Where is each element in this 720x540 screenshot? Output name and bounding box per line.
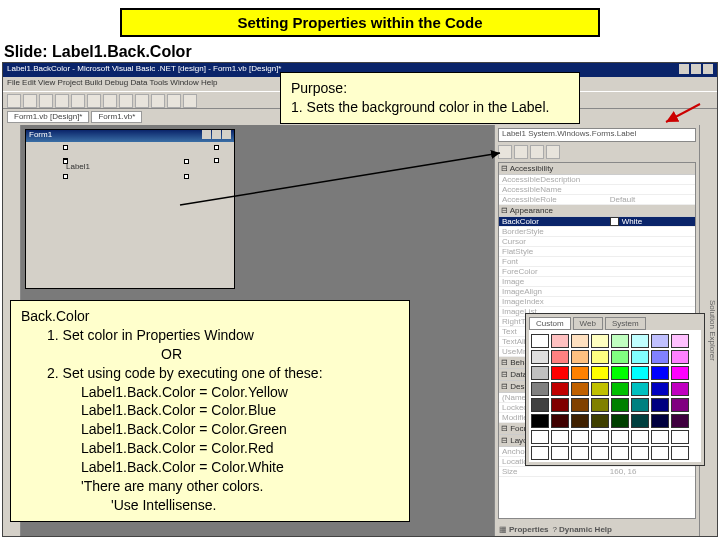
alphabetical-icon[interactable] bbox=[514, 145, 528, 159]
color-swatch[interactable] bbox=[571, 334, 589, 348]
color-swatch[interactable] bbox=[571, 382, 589, 396]
color-swatch[interactable] bbox=[551, 366, 569, 380]
property-category[interactable]: ⊟ Appearance bbox=[499, 205, 695, 217]
color-swatch[interactable] bbox=[571, 350, 589, 364]
property-category[interactable]: ⊟ Accessibility bbox=[499, 163, 695, 175]
color-swatch[interactable] bbox=[611, 382, 629, 396]
color-swatch[interactable] bbox=[611, 334, 629, 348]
color-swatch[interactable] bbox=[611, 350, 629, 364]
color-swatch[interactable] bbox=[531, 382, 549, 396]
color-swatch[interactable] bbox=[611, 446, 629, 460]
color-swatch[interactable] bbox=[551, 334, 569, 348]
color-swatch[interactable] bbox=[591, 334, 609, 348]
color-picker-dropdown[interactable]: Custom Web System bbox=[525, 313, 705, 466]
color-swatch[interactable] bbox=[591, 446, 609, 460]
color-swatch[interactable] bbox=[531, 334, 549, 348]
color-swatch[interactable] bbox=[571, 430, 589, 444]
property-row[interactable]: ImageIndex bbox=[499, 297, 695, 307]
color-swatch[interactable] bbox=[651, 382, 669, 396]
color-tab-web[interactable]: Web bbox=[573, 317, 603, 330]
color-swatch[interactable] bbox=[651, 350, 669, 364]
properties-view-icons[interactable] bbox=[495, 145, 699, 162]
color-swatch[interactable] bbox=[551, 414, 569, 428]
property-row[interactable]: FlatStyle bbox=[499, 247, 695, 257]
color-swatch[interactable] bbox=[631, 334, 649, 348]
color-swatch[interactable] bbox=[651, 366, 669, 380]
color-swatch[interactable] bbox=[651, 430, 669, 444]
color-swatch[interactable] bbox=[651, 414, 669, 428]
label-control[interactable]: Label1 bbox=[66, 162, 186, 176]
color-swatch[interactable] bbox=[671, 446, 689, 460]
categorized-icon[interactable] bbox=[498, 145, 512, 159]
slide-label: Slide: Label1.Back.Color bbox=[0, 41, 720, 63]
properties-object-selector[interactable]: Label1 System.Windows.Forms.Label bbox=[498, 128, 696, 142]
properties-icon[interactable] bbox=[530, 145, 544, 159]
color-swatch[interactable] bbox=[671, 430, 689, 444]
tab-code[interactable]: Form1.vb* bbox=[91, 111, 142, 123]
color-swatch[interactable] bbox=[631, 446, 649, 460]
property-row[interactable]: BorderStyle bbox=[499, 227, 695, 237]
color-swatch[interactable] bbox=[591, 350, 609, 364]
color-swatch[interactable] bbox=[631, 350, 649, 364]
color-swatch[interactable] bbox=[611, 430, 629, 444]
color-swatch[interactable] bbox=[671, 334, 689, 348]
color-swatch[interactable] bbox=[611, 366, 629, 380]
property-row[interactable]: Cursor bbox=[499, 237, 695, 247]
color-swatch-grid[interactable] bbox=[529, 330, 701, 462]
color-swatch[interactable] bbox=[671, 366, 689, 380]
property-row[interactable]: ForeColor bbox=[499, 267, 695, 277]
color-swatch[interactable] bbox=[591, 430, 609, 444]
color-swatch[interactable] bbox=[551, 398, 569, 412]
color-swatch[interactable] bbox=[531, 350, 549, 364]
color-swatch[interactable] bbox=[631, 398, 649, 412]
color-swatch[interactable] bbox=[531, 366, 549, 380]
color-swatch[interactable] bbox=[611, 398, 629, 412]
property-row[interactable]: Font bbox=[499, 257, 695, 267]
color-swatch[interactable] bbox=[551, 350, 569, 364]
color-swatch[interactable] bbox=[671, 350, 689, 364]
color-swatch[interactable] bbox=[591, 366, 609, 380]
properties-tab[interactable]: ▦ Properties bbox=[499, 522, 549, 536]
color-swatch[interactable] bbox=[571, 398, 589, 412]
color-swatch[interactable] bbox=[671, 414, 689, 428]
color-swatch[interactable] bbox=[531, 430, 549, 444]
property-row[interactable]: AccessibleRoleDefault bbox=[499, 195, 695, 205]
events-icon[interactable] bbox=[546, 145, 560, 159]
color-swatch[interactable] bbox=[651, 398, 669, 412]
dynamic-help-tab[interactable]: ? Dynamic Help bbox=[553, 522, 612, 536]
color-tab-custom[interactable]: Custom bbox=[529, 317, 571, 330]
purpose-line1: 1. Sets the background color in the Labe… bbox=[291, 98, 569, 117]
color-swatch[interactable] bbox=[651, 446, 669, 460]
property-row[interactable]: AccessibleDescription bbox=[499, 175, 695, 185]
color-swatch[interactable] bbox=[631, 366, 649, 380]
property-row[interactable]: Size160, 16 bbox=[499, 467, 695, 477]
color-swatch[interactable] bbox=[631, 430, 649, 444]
property-row[interactable]: AccessibleName bbox=[499, 185, 695, 195]
color-swatch[interactable] bbox=[551, 382, 569, 396]
color-swatch[interactable] bbox=[631, 414, 649, 428]
property-row[interactable]: Image bbox=[499, 277, 695, 287]
color-tab-system[interactable]: System bbox=[605, 317, 646, 330]
color-swatch[interactable] bbox=[591, 398, 609, 412]
property-row[interactable]: ImageAlign bbox=[499, 287, 695, 297]
tab-design[interactable]: Form1.vb [Design]* bbox=[7, 111, 89, 123]
color-swatch[interactable] bbox=[591, 382, 609, 396]
color-swatch[interactable] bbox=[611, 414, 629, 428]
form-designer[interactable]: Form1 Label1 bbox=[25, 129, 235, 289]
color-swatch[interactable] bbox=[571, 414, 589, 428]
callout-title: Back.Color bbox=[21, 307, 399, 326]
color-swatch[interactable] bbox=[531, 446, 549, 460]
color-swatch[interactable] bbox=[671, 382, 689, 396]
properties-footer-tabs[interactable]: ▦ Properties ? Dynamic Help bbox=[495, 522, 699, 536]
color-swatch[interactable] bbox=[551, 430, 569, 444]
property-row[interactable]: BackColorWhite bbox=[499, 217, 695, 227]
color-swatch[interactable] bbox=[571, 446, 589, 460]
color-swatch[interactable] bbox=[651, 334, 669, 348]
color-swatch[interactable] bbox=[531, 414, 549, 428]
color-swatch[interactable] bbox=[551, 446, 569, 460]
color-swatch[interactable] bbox=[631, 382, 649, 396]
color-swatch[interactable] bbox=[571, 366, 589, 380]
color-swatch[interactable] bbox=[591, 414, 609, 428]
color-swatch[interactable] bbox=[671, 398, 689, 412]
color-swatch[interactable] bbox=[531, 398, 549, 412]
